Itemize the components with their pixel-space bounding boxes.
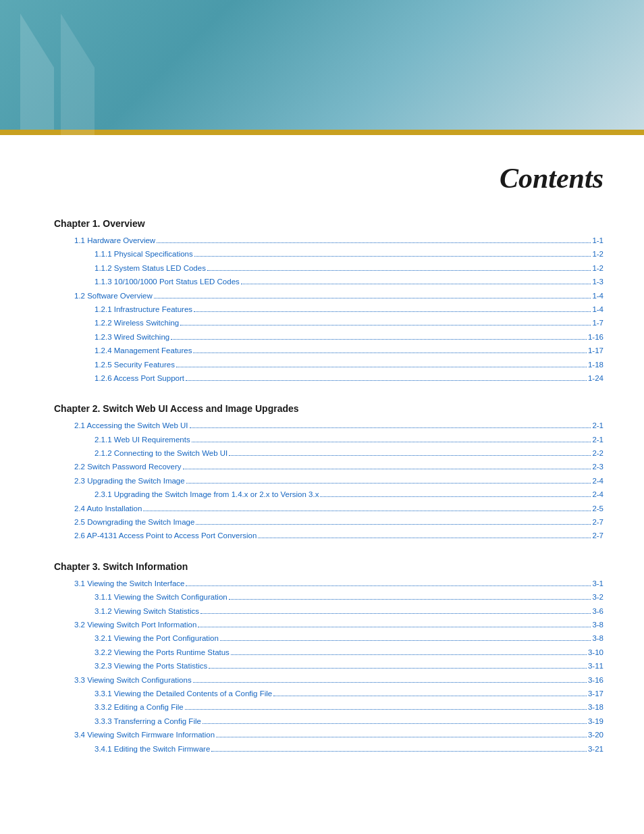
toc-entry[interactable]: 1.1.2 System Status LED Codes1-2 (54, 262, 603, 274)
toc-page-number: 1-18 (588, 359, 603, 371)
toc-dots (194, 311, 591, 312)
toc-entry[interactable]: 2.4 Auto Installation2-5 (54, 502, 603, 515)
toc-entry-text: 3.1 Viewing the Switch Interface (74, 577, 184, 590)
toc-entry[interactable]: 1.2.5 Security Features1-18 (54, 359, 603, 371)
toc-page-number: 2-4 (592, 488, 603, 500)
toc-entry-text: 1.1.1 Physical Specifications (95, 248, 193, 260)
toc-entry[interactable]: 1.1 Hardware Overview1-1 (54, 234, 603, 246)
toc-dots (193, 682, 587, 683)
toc-entry-text: 2.1.1 Web UI Requirements (95, 434, 190, 446)
toc-page-number: 1-3 (592, 276, 603, 288)
toc-entry[interactable]: 1.2.4 Management Features1-17 (54, 344, 603, 357)
toc-entry[interactable]: 3.1.2 Viewing Switch Statistics3-6 (54, 605, 603, 617)
toc-dots (186, 483, 591, 484)
toc-dots (241, 284, 591, 284)
toc-dots (209, 668, 587, 669)
toc-entry[interactable]: 3.2.2 Viewing the Ports Runtime Status3-… (54, 646, 603, 658)
toc-dots (171, 339, 587, 340)
toc-entry-text: 2.2 Switch Password Recovery (74, 461, 182, 473)
toc-entry[interactable]: 3.3.2 Editing a Config File3-18 (54, 701, 603, 713)
toc-entry-text: 2.4 Auto Installation (74, 502, 142, 515)
toc-entry-text: 1.2 Software Overview (74, 290, 153, 302)
toc-dots (185, 709, 587, 710)
toc-dots (207, 270, 591, 271)
toc-entry[interactable]: 2.1.1 Web UI Requirements2-1 (54, 434, 603, 446)
toc-entry-text: 3.2.2 Viewing the Ports Runtime Status (95, 646, 230, 658)
toc-entry-text: 1.1.2 System Status LED Codes (95, 262, 206, 274)
toc-dots (196, 524, 591, 525)
toc-entry[interactable]: 1.1.1 Physical Specifications1-2 (54, 248, 603, 260)
toc-dots (157, 242, 591, 243)
toc-entry-text: 2.1.2 Connecting to the Switch Web UI (95, 447, 227, 459)
toc-entry[interactable]: 3.4 Viewing Switch Firmware Information3… (54, 729, 603, 741)
main-content: Contents Chapter 1. Overview1.1 Hardware… (0, 135, 644, 783)
toc-entry-text: 1.2.6 Access Port Support (95, 372, 184, 384)
toc-entry[interactable]: 3.4.1 Editing the Switch Firmware3-21 (54, 743, 603, 755)
toc-page-number: 3-8 (592, 619, 603, 631)
toc-entry-text: 3.3.1 Viewing the Detailed Contents of a… (95, 687, 272, 700)
toc-dots (183, 469, 591, 469)
toc-entry[interactable]: 2.1.2 Connecting to the Switch Web UI2-2 (54, 447, 603, 459)
toc-entry-text: 1.2.1 Infrastructure Features (95, 303, 192, 315)
toc-page-number: 3-6 (592, 605, 603, 617)
toc-entry[interactable]: 2.3 Upgrading the Switch Image2-4 (54, 475, 603, 487)
toc-dots (180, 325, 591, 325)
toc-page-number: 1-16 (588, 331, 603, 343)
toc-page-number: 3-11 (588, 660, 603, 672)
toc-page-number: 3-20 (588, 729, 603, 741)
toc-entry-text: 1.2.3 Wired Switching (95, 331, 169, 343)
toc-page-number: 2-1 (592, 434, 603, 446)
toc-page-number: 3-8 (592, 632, 603, 644)
toc-entry[interactable]: 1.2.2 Wireless Switching1-7 (54, 317, 603, 329)
toc-page-number: 1-2 (592, 262, 603, 274)
toc-page-number: 1-17 (588, 344, 603, 357)
toc-entry[interactable]: 1.2.6 Access Port Support1-24 (54, 372, 603, 384)
toc-page-number: 2-2 (592, 447, 603, 459)
toc-entry[interactable]: 3.2 Viewing Switch Port Information3-8 (54, 619, 603, 631)
toc-entry[interactable]: 3.1 Viewing the Switch Interface3-1 (54, 577, 603, 590)
toc-entry[interactable]: 1.2.3 Wired Switching1-16 (54, 331, 603, 343)
toc-page-number: 3-1 (592, 577, 603, 590)
toc-dots (203, 723, 587, 724)
toc-entry-text: 3.3.3 Transferring a Config File (95, 715, 201, 727)
toc-dots (143, 511, 591, 511)
toc-entry-text: 2.6 AP-4131 Access Point to Access Port … (74, 529, 257, 542)
toc-entry[interactable]: 3.3.1 Viewing the Detailed Contents of a… (54, 687, 603, 700)
toc-dots (216, 737, 587, 737)
toc-entry[interactable]: 3.2.1 Viewing the Port Configuration3-8 (54, 632, 603, 644)
toc-entry-text: 1.2.5 Security Features (95, 359, 175, 371)
toc-entry[interactable]: 2.5 Downgrading the Switch Image2-7 (54, 516, 603, 528)
toc-entry[interactable]: 1.2.1 Infrastructure Features1-4 (54, 303, 603, 315)
toc-entry[interactable]: 2.2 Switch Password Recovery2-3 (54, 461, 603, 473)
toc-dots (220, 640, 591, 641)
toc-entry[interactable]: 1.1.3 10/100/1000 Port Status LED Codes1… (54, 276, 603, 288)
toc-page-number: 3-10 (588, 646, 603, 658)
header-accent-bar (0, 130, 644, 135)
toc-entry-text: 3.2.1 Viewing the Port Configuration (95, 632, 219, 644)
toc-entry-text: 3.2.3 Viewing the Ports Statistics (95, 660, 207, 672)
toc-entry[interactable]: 2.6 AP-4131 Access Point to Access Port … (54, 529, 603, 542)
toc-page-number: 2-5 (592, 502, 603, 515)
toc-entry-text: 1.2.2 Wireless Switching (95, 317, 179, 329)
toc-entry[interactable]: 3.1.1 Viewing the Switch Configuration3-… (54, 591, 603, 603)
toc-entry-text: 3.1.1 Viewing the Switch Configuration (95, 591, 227, 603)
toc-dots (190, 427, 591, 428)
toc-entry-text: 3.3 Viewing Switch Configurations (74, 674, 192, 686)
toc-entry[interactable]: 2.3.1 Upgrading the Switch Image from 1.… (54, 488, 603, 500)
toc-entry-text: 2.3 Upgrading the Switch Image (74, 475, 185, 487)
toc-entry[interactable]: 1.2 Software Overview1-4 (54, 290, 603, 302)
toc-page-number: 3-17 (588, 687, 603, 700)
toc-entry-text: 2.5 Downgrading the Switch Image (74, 516, 194, 528)
toc-dots (229, 599, 591, 600)
toc-dots (186, 380, 587, 381)
toc-dots (198, 627, 591, 627)
toc-entry[interactable]: 3.3 Viewing Switch Configurations3-16 (54, 674, 603, 686)
toc-page-number: 3-19 (588, 715, 603, 727)
toc-entry[interactable]: 3.2.3 Viewing the Ports Statistics3-11 (54, 660, 603, 672)
toc-page-number: 1-24 (588, 372, 603, 384)
toc-dots (193, 353, 586, 353)
toc-page-number: 2-3 (592, 461, 603, 473)
toc-entry[interactable]: 3.3.3 Transferring a Config File3-19 (54, 715, 603, 727)
toc-entry-text: 1.1.3 10/100/1000 Port Status LED Codes (95, 276, 240, 288)
toc-entry[interactable]: 2.1 Accessing the Switch Web UI2-1 (54, 419, 603, 432)
